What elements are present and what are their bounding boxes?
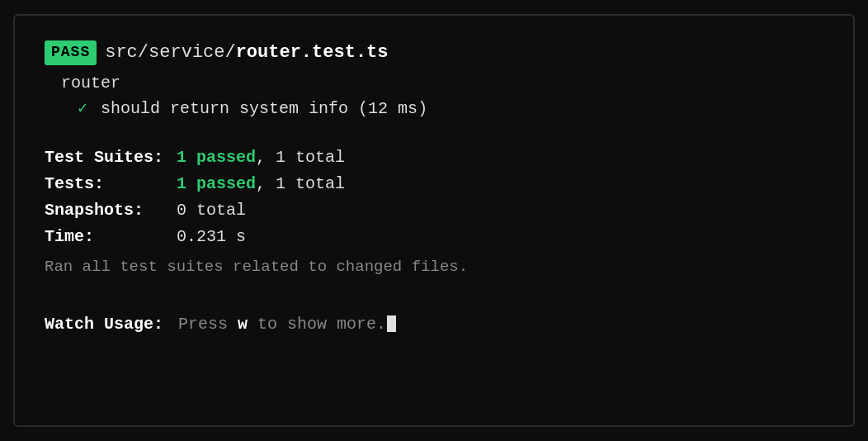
terminal-window: PASS src/service/router.test.ts router ✓…	[13, 14, 855, 427]
file-path-prefix: src/service/	[105, 42, 235, 63]
watch-label: Watch Usage:	[45, 311, 163, 337]
ran-all-text: Ran all test suites related to changed f…	[45, 255, 823, 279]
stat-value-suites: 1 passed, 1 total	[177, 145, 345, 171]
pass-line: PASS src/service/router.test.ts	[45, 39, 823, 67]
spacer-2	[45, 280, 823, 295]
stat-label-tests: Tests:	[45, 171, 177, 197]
pass-badge: PASS	[45, 40, 97, 65]
test-case-text: should return system info (12 ms)	[101, 99, 427, 118]
stat-label-snapshots: Snapshots:	[45, 197, 177, 224]
stat-green-suites: 1 passed	[177, 148, 256, 167]
watch-usage-line: Watch Usage: Press w to show more.	[45, 311, 823, 337]
stat-label-time: Time:	[45, 224, 177, 250]
stat-row-snapshots: Snapshots: 0 total	[45, 197, 823, 224]
file-path-bold: router.test.ts	[236, 42, 389, 63]
stat-value-tests: 1 passed, 1 total	[177, 171, 345, 197]
stat-value-time: 0.231 s	[177, 224, 246, 250]
stats-block: Test Suites: 1 passed, 1 total Tests: 1 …	[45, 145, 823, 250]
stat-row-time: Time: 0.231 s	[45, 224, 823, 250]
stat-green-tests: 1 passed	[177, 174, 256, 193]
watch-suffix: to show more.	[248, 315, 386, 334]
file-path: src/service/router.test.ts	[105, 39, 388, 67]
watch-key: w	[238, 315, 248, 334]
spacer-1	[45, 121, 823, 136]
stat-value-snapshots: 0 total	[177, 197, 246, 224]
watch-text: Press w to show more.	[168, 311, 386, 337]
suite-name: router	[45, 70, 823, 96]
terminal-cursor	[387, 315, 396, 332]
stat-row-suites: Test Suites: 1 passed, 1 total	[45, 145, 823, 171]
stat-label-suites: Test Suites:	[45, 145, 177, 171]
stat-row-tests: Tests: 1 passed, 1 total	[45, 171, 823, 197]
watch-prefix: Press	[178, 315, 238, 334]
checkmark-icon: ✓	[78, 99, 87, 118]
test-case: ✓ should return system info (12 ms)	[45, 96, 823, 121]
